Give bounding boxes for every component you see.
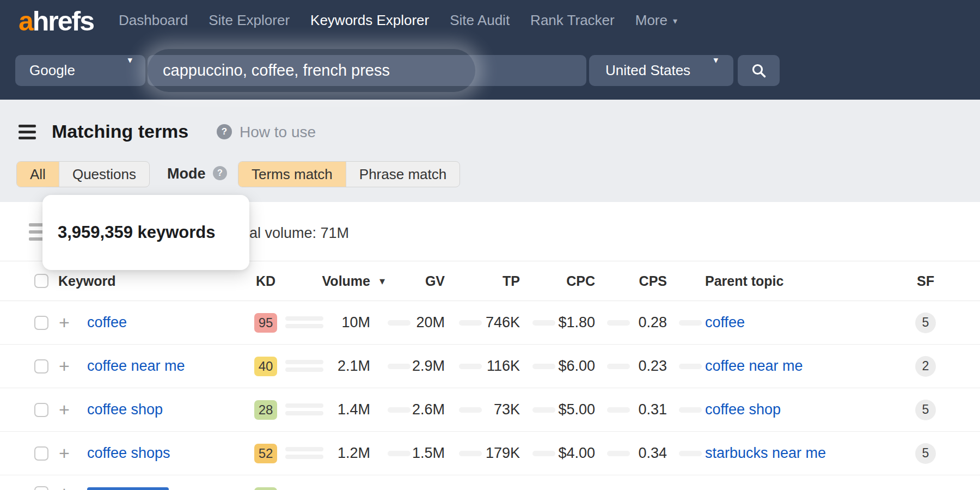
parent-topic-link[interactable]: starbucks near me: [705, 445, 826, 462]
total-volume-text: al volume: 71M: [249, 225, 349, 242]
kd-badge: [254, 487, 277, 490]
table-row-partial: +: [0, 476, 980, 490]
tab-all[interactable]: All: [17, 162, 59, 187]
header-sf[interactable]: SF: [905, 261, 946, 301]
top-navbar: ahrefs Dashboard Site Explorer Keywords …: [0, 0, 980, 100]
header-kd[interactable]: KD: [244, 261, 287, 301]
table-row: + coffee near me 40 2.1M 2.9M 116K $6.00…: [0, 345, 980, 388]
volume-value: 1.4M: [289, 388, 370, 431]
help-icon[interactable]: ?: [217, 124, 232, 139]
mode-help-icon[interactable]: ?: [213, 166, 227, 180]
ahrefs-logo[interactable]: ahrefs: [19, 5, 94, 37]
add-keyword-button[interactable]: +: [59, 482, 70, 490]
kd-badge: 52: [254, 444, 277, 463]
search-button[interactable]: [738, 55, 780, 86]
main-nav: Dashboard Site Explorer Keywords Explore…: [119, 0, 677, 40]
sf-badge: 5: [915, 400, 936, 420]
placeholder-bar: [679, 451, 702, 456]
volume-value: 10M: [289, 301, 370, 344]
keywords-count-tooltip: 3,959,359 keywords: [42, 195, 249, 270]
gv-value: 20M: [378, 301, 445, 344]
volume-value: 2.1M: [289, 345, 370, 388]
row-checkbox[interactable]: [34, 301, 48, 344]
header-tp[interactable]: TP: [452, 261, 520, 301]
parent-topic-link[interactable]: coffee: [705, 314, 745, 331]
kd-badge: 28: [254, 400, 277, 420]
table-row: + coffee shops 52 1.2M 1.5M 179K $4.00 0…: [0, 432, 980, 475]
nav-dashboard[interactable]: Dashboard: [119, 12, 188, 29]
mode-label: Mode: [167, 166, 206, 182]
parent-topic-link[interactable]: coffee shop: [705, 401, 781, 418]
country-select[interactable]: United States ▾: [589, 55, 733, 86]
logo-rest: hrefs: [33, 6, 94, 36]
chevron-down-icon: ▾: [673, 17, 677, 26]
nav-more[interactable]: More▾: [635, 12, 677, 29]
tab-questions[interactable]: Questions: [59, 162, 149, 187]
tp-value: 179K: [452, 432, 520, 475]
header-gv[interactable]: GV: [378, 261, 445, 301]
add-keyword-button[interactable]: +: [59, 345, 70, 388]
cps-value: 0.23: [599, 345, 667, 388]
nav-keywords-explorer[interactable]: Keywords Explorer: [310, 12, 429, 29]
country-value: United States: [605, 62, 690, 79]
gv-value: 1.5M: [378, 432, 445, 475]
header-parent-topic[interactable]: Parent topic: [705, 261, 783, 301]
page-title: Matching terms: [52, 121, 188, 142]
keyword-link[interactable]: coffee: [87, 314, 127, 331]
kd-badge: 40: [254, 357, 277, 376]
tab-phrase-match[interactable]: Phrase match: [346, 162, 460, 187]
parent-topic-link[interactable]: coffee near me: [705, 358, 803, 375]
report-menu-button[interactable]: [19, 125, 36, 139]
cpc-value: $4.00: [527, 432, 595, 475]
keyword-link[interactable]: coffee shops: [87, 445, 170, 462]
row-checkbox[interactable]: [34, 432, 48, 475]
tab-terms-match[interactable]: Terms match: [238, 162, 346, 187]
chevron-down-icon: ▾: [127, 56, 132, 65]
search-engine-value: Google: [29, 62, 75, 79]
keyword-link[interactable]: [87, 487, 169, 490]
keyword-link[interactable]: coffee shop: [87, 401, 163, 418]
row-checkbox[interactable]: [34, 345, 48, 388]
cpc-value: $5.00: [527, 388, 595, 431]
cps-value: 0.28: [599, 301, 667, 344]
cpc-value: $6.00: [527, 345, 595, 388]
header-cpc[interactable]: CPC: [527, 261, 595, 301]
logo-letter-a: a: [19, 6, 33, 36]
header-volume[interactable]: Volume▾: [289, 261, 370, 301]
add-keyword-button[interactable]: +: [59, 301, 70, 344]
cps-value: 0.31: [599, 388, 667, 431]
sf-badge: 5: [915, 313, 936, 333]
table-row: + coffee 95 10M 20M 746K $1.80 0.28 coff…: [0, 301, 980, 345]
cps-value: 0.34: [599, 432, 667, 475]
search-engine-select[interactable]: Google ▾: [15, 55, 145, 86]
row-checkbox[interactable]: [34, 486, 48, 490]
nav-rank-tracker[interactable]: Rank Tracker: [530, 12, 615, 29]
add-keyword-button[interactable]: +: [59, 432, 70, 475]
gv-value: 2.9M: [378, 345, 445, 388]
keywords-explorer-page: ahrefs Dashboard Site Explorer Keywords …: [0, 0, 980, 490]
placeholder-bar: [679, 407, 702, 413]
placeholder-bar: [679, 320, 702, 326]
tp-value: 73K: [452, 388, 520, 431]
keyword-type-tabs: All Questions: [16, 161, 150, 187]
kd-badge: 95: [254, 313, 277, 333]
sf-badge: 5: [915, 443, 936, 464]
chevron-down-icon: ▾: [713, 56, 718, 65]
keywords-input-value: cappuccino, coffee, french press: [163, 55, 390, 86]
tp-value: 746K: [452, 301, 520, 344]
header-cps[interactable]: CPS: [599, 261, 667, 301]
volume-value: 1.2M: [289, 432, 370, 475]
keyword-link[interactable]: coffee near me: [87, 358, 185, 375]
keywords-count: 3,959,359 keywords: [58, 223, 216, 242]
cpc-value: $1.80: [527, 301, 595, 344]
how-to-use-link[interactable]: How to use: [240, 124, 316, 141]
row-checkbox[interactable]: [34, 388, 48, 431]
tp-value: 116K: [452, 345, 520, 388]
table-row: + coffee shop 28 1.4M 2.6M 73K $5.00 0.3…: [0, 388, 980, 432]
nav-site-audit[interactable]: Site Audit: [450, 12, 510, 29]
search-icon: [750, 62, 768, 79]
match-mode-tabs: Terms match Phrase match: [238, 161, 460, 187]
keywords-input[interactable]: cappuccino, coffee, french press: [148, 55, 586, 86]
nav-site-explorer[interactable]: Site Explorer: [209, 12, 290, 29]
add-keyword-button[interactable]: +: [59, 388, 70, 431]
